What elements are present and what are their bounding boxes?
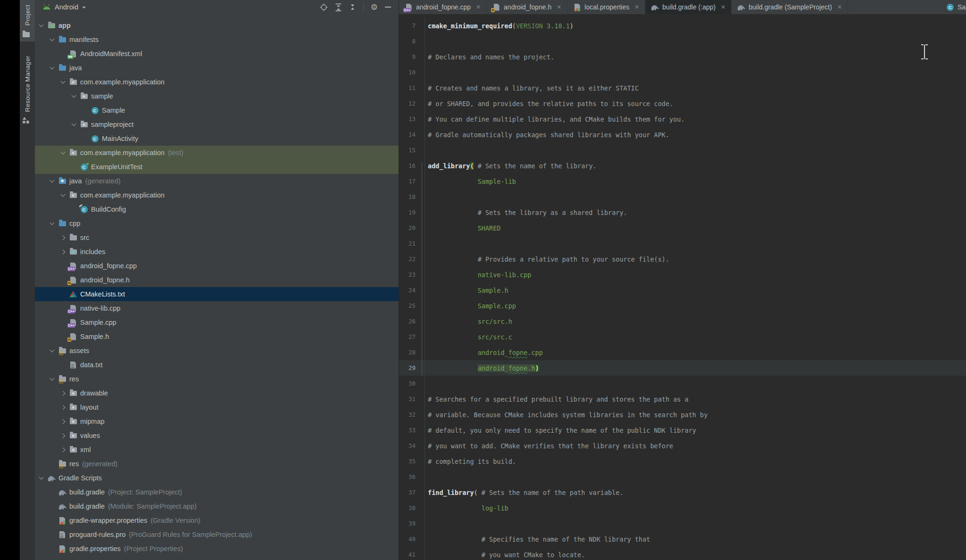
chevron-down-icon[interactable] xyxy=(49,36,56,43)
code-text[interactable]: Sample.cpp xyxy=(425,302,516,310)
code-text[interactable]: src/src.c xyxy=(425,333,512,341)
code-text[interactable]: android_fopne.cpp xyxy=(425,349,543,356)
tree-item[interactable]: assets xyxy=(35,344,399,358)
tree-item[interactable]: CExampleUnitTest xyxy=(35,160,399,174)
tree-item[interactable]: drawable xyxy=(35,386,399,400)
tree-item[interactable]: ✱java(generated) xyxy=(35,174,399,188)
chevron-right-icon[interactable] xyxy=(59,446,67,453)
chevron-right-icon[interactable] xyxy=(59,432,67,439)
tree-item[interactable]: src xyxy=(35,231,399,245)
tree-item[interactable]: mipmap xyxy=(35,414,399,428)
code-text[interactable]: # completing its build. xyxy=(425,458,516,465)
tree-item[interactable]: C++Sample.cpp xyxy=(35,315,399,329)
chevron-right-icon[interactable] xyxy=(59,234,67,241)
chevron-down-icon[interactable] xyxy=(82,7,86,10)
code-text[interactable]: # default, you only need to specify the … xyxy=(425,427,696,434)
expand-all-icon[interactable] xyxy=(335,3,342,11)
chevron-right-icon[interactable] xyxy=(59,389,67,397)
code-text[interactable]: # Gradle automatically packages shared l… xyxy=(425,131,669,139)
close-icon[interactable]: ✕ xyxy=(721,4,725,10)
code-text[interactable]: src/src.h xyxy=(425,318,512,325)
chevron-down-icon[interactable] xyxy=(49,220,56,227)
code-text[interactable]: # variable. Because CMake includes syste… xyxy=(425,411,708,419)
tree-item[interactable]: CBuildConfig xyxy=(35,202,399,216)
code-text[interactable]: # Provides a relative path to your sourc… xyxy=(425,255,669,263)
chevron-down-icon[interactable] xyxy=(49,375,56,383)
tree-item[interactable]: MFAndroidManifest.xml xyxy=(35,47,399,61)
code-text[interactable]: # You can define multiple libraries, and… xyxy=(425,115,685,123)
editor-tab[interactable]: CSample xyxy=(941,0,966,14)
chevron-right-icon[interactable] xyxy=(59,248,67,255)
tree-item[interactable]: Handroid_fopne.h xyxy=(35,273,399,287)
chevron-down-icon[interactable] xyxy=(59,191,67,199)
code-text[interactable]: Sample.h xyxy=(425,287,508,294)
editor-tab[interactable]: C++android_fopne.cpp✕ xyxy=(399,0,487,14)
chevron-down-icon[interactable] xyxy=(59,149,67,156)
chevron-down-icon[interactable] xyxy=(70,121,78,128)
tree-item[interactable]: res(generated) xyxy=(35,457,399,471)
chevron-right-icon[interactable] xyxy=(59,404,67,411)
close-icon[interactable]: ✕ xyxy=(634,4,639,10)
tree-item[interactable]: com.example.myapplication(test) xyxy=(35,146,399,160)
code-text[interactable]: # or SHARED, and provides the relative p… xyxy=(425,100,673,107)
tree-item[interactable]: includes xyxy=(35,245,399,259)
close-icon[interactable]: ✕ xyxy=(557,4,561,10)
tree-item[interactable]: CMainActivity xyxy=(35,132,399,146)
tree-item[interactable]: sampleproject xyxy=(35,117,399,132)
tree-item[interactable]: C++native-lib.cpp xyxy=(35,301,399,315)
close-icon[interactable]: ✕ xyxy=(476,4,481,10)
tool-stripe-tab-resource-manager[interactable]: Resource Manager xyxy=(20,51,35,128)
tree-item[interactable]: layout xyxy=(35,400,399,414)
collapse-all-icon[interactable] xyxy=(349,4,356,10)
code-text[interactable]: # Searches for a specified prebuilt libr… xyxy=(425,395,689,403)
close-icon[interactable]: ✕ xyxy=(837,4,842,10)
tree-item[interactable]: manifests xyxy=(35,33,399,47)
tree-item[interactable]: res xyxy=(35,372,399,386)
tree-item[interactable]: java xyxy=(35,61,399,75)
editor-tab[interactable]: Handroid_fopne.h✕ xyxy=(487,0,567,14)
tree-item[interactable]: CMakeLists.txt xyxy=(35,287,399,301)
tree-item[interactable]: com.example.myapplication xyxy=(35,188,399,202)
tree-item[interactable]: cpp xyxy=(35,216,399,231)
code-text[interactable]: SHARED xyxy=(425,224,500,232)
code-text[interactable]: # Specifies the name of the NDK library … xyxy=(425,535,650,543)
code-text[interactable]: # Creates and names a library, sets it a… xyxy=(425,84,639,92)
tree-item[interactable]: data.txt xyxy=(35,358,399,372)
chevron-down-icon[interactable] xyxy=(49,347,56,354)
chevron-down-icon[interactable] xyxy=(38,474,45,482)
editor-body[interactable]: 7cmake_minimum_required(VERSION 3.18.1)8… xyxy=(399,14,966,560)
tree-item[interactable]: proguard-rules.pro(ProGuard Rules for Sa… xyxy=(35,527,399,542)
chevron-down-icon[interactable] xyxy=(38,22,45,29)
tree-item[interactable]: HSample.h xyxy=(35,329,399,344)
chevron-down-icon[interactable] xyxy=(70,92,78,100)
code-text[interactable]: # you want to add. CMake verifies that t… xyxy=(425,442,673,450)
hide-icon[interactable] xyxy=(385,7,391,8)
tree-item[interactable]: build.gradle(Project: SampleProject) xyxy=(35,485,399,499)
tree-item[interactable]: values xyxy=(35,428,399,443)
tree-item[interactable]: app xyxy=(35,18,399,33)
code-text[interactable]: Sample-lib xyxy=(425,178,516,185)
code-text[interactable]: native-lib.cpp xyxy=(425,271,531,279)
code-text[interactable]: find_library( # Sets the name of the pat… xyxy=(425,489,624,496)
tree-item[interactable]: sample xyxy=(35,89,399,103)
editor-tab[interactable]: build.gradle (:app)✕ xyxy=(645,0,732,14)
locate-icon[interactable] xyxy=(320,3,328,11)
chevron-down-icon[interactable] xyxy=(49,64,56,72)
code-text[interactable]: # Declares and names the project. xyxy=(425,53,554,61)
code-text[interactable]: log-lib xyxy=(425,504,508,512)
tree-item[interactable]: gradle-wrapper.properties(Gradle Version… xyxy=(35,513,399,527)
tree-item[interactable]: CSample xyxy=(35,103,399,117)
project-view-selector[interactable]: Android xyxy=(55,3,78,11)
code-text[interactable]: # you want CMake to locate. xyxy=(425,551,585,559)
editor-tab[interactable]: build.gradle (SampleProject)✕ xyxy=(732,0,848,14)
tree-item[interactable]: xml xyxy=(35,443,399,457)
tree-item[interactable]: gradle.properties(Project Properties) xyxy=(35,542,399,556)
code-text[interactable]: add_library( # Sets the name of the libr… xyxy=(425,162,597,170)
tree-item[interactable]: settings.gradle(Project Settings) xyxy=(35,556,399,560)
chevron-down-icon[interactable] xyxy=(49,177,56,185)
tree-item[interactable]: build.gradle(Module: SampleProject.app) xyxy=(35,499,399,513)
code-text[interactable]: cmake_minimum_required(VERSION 3.18.1) xyxy=(425,22,574,30)
tree-item[interactable]: com.example.myapplication xyxy=(35,75,399,89)
chevron-down-icon[interactable] xyxy=(59,78,67,86)
tree-item[interactable]: Gradle Scripts xyxy=(35,471,399,485)
